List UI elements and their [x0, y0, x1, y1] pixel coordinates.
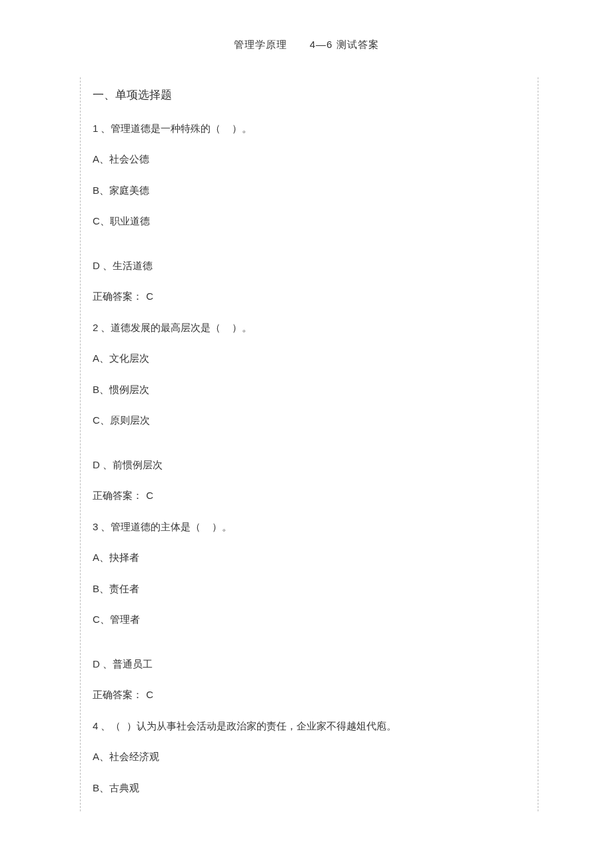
question-text: 3、管理道德的主体是（ ）。 — [93, 520, 526, 535]
question-text: 2、道德发展的最高层次是（ ）。 — [93, 320, 526, 336]
answer-line: 正确答案： C — [93, 488, 526, 504]
content-box: 一、单项选择题 1、管理道德是一种特殊的（ ）。 A、社会公德 B、家庭美德 C… — [80, 77, 538, 811]
question-stem-before: 、道德发展的最高层次是（ — [101, 322, 221, 333]
question-number: 4 — [93, 720, 98, 731]
option-a: A、文化层次 — [93, 351, 526, 366]
question-number: 3 — [93, 521, 98, 532]
answer-value: C — [146, 290, 154, 302]
question-block: 2、道德发展的最高层次是（ ）。 A、文化层次 B、惯例层次 C、原则层次 D、… — [93, 320, 526, 504]
option-a: A、社会经济观 — [93, 749, 526, 765]
option-c: C、职业道德 — [93, 214, 526, 229]
question-block: 1、管理道德是一种特殊的（ ）。 A、社会公德 B、家庭美德 C、职业道德 D、… — [93, 121, 526, 304]
question-stem-before: 、（ — [101, 720, 121, 731]
question-stem-after: ）。 — [212, 521, 232, 532]
answer-line: 正确答案： C — [93, 687, 526, 703]
option-b: B、惯例层次 — [93, 382, 526, 398]
question-block: 4、（ ）认为从事社会活动是政治家的责任，企业家不得越俎代庖。 A、社会经济观 … — [93, 719, 526, 796]
answer-value: C — [146, 689, 154, 700]
question-text: 1、管理道德是一种特殊的（ ）。 — [93, 121, 526, 137]
header-title-sub: 4—6 测试答案 — [310, 39, 379, 50]
page-header: 管理学原理 4—6 测试答案 — [0, 0, 613, 51]
option-b: B、家庭美德 — [93, 183, 526, 199]
question-stem-after: ）。 — [232, 123, 252, 134]
section-title: 一、单项选择题 — [93, 87, 526, 104]
question-stem-before: 、管理道德的主体是（ — [101, 521, 201, 532]
option-c: C、原则层次 — [93, 413, 526, 428]
question-text: 4、（ ）认为从事社会活动是政治家的责任，企业家不得越俎代庖。 — [93, 719, 526, 734]
question-block: 3、管理道德的主体是（ ）。 A、抉择者 B、责任者 C、管理者 D、普通员工 … — [93, 520, 526, 703]
question-stem-before: 、管理道德是一种特殊的（ — [101, 123, 221, 134]
answer-line: 正确答案： C — [93, 289, 526, 304]
header-title-main: 管理学原理 — [234, 39, 287, 50]
option-d: D、生活道德 — [93, 258, 526, 274]
question-stem-after: ）。 — [232, 322, 252, 333]
question-number: 1 — [93, 123, 98, 134]
option-a: A、社会公德 — [93, 152, 526, 167]
option-d: D、普通员工 — [93, 657, 526, 672]
option-d: D、前惯例层次 — [93, 458, 526, 473]
option-b: B、古典观 — [93, 781, 526, 796]
option-b: B、责任者 — [93, 582, 526, 597]
question-stem-after: ）认为从事社会活动是政治家的责任，企业家不得越俎代庖。 — [127, 720, 396, 731]
option-c: C、管理者 — [93, 612, 526, 628]
question-number: 2 — [93, 322, 98, 333]
answer-value: C — [146, 490, 154, 501]
option-a: A、抉择者 — [93, 550, 526, 566]
